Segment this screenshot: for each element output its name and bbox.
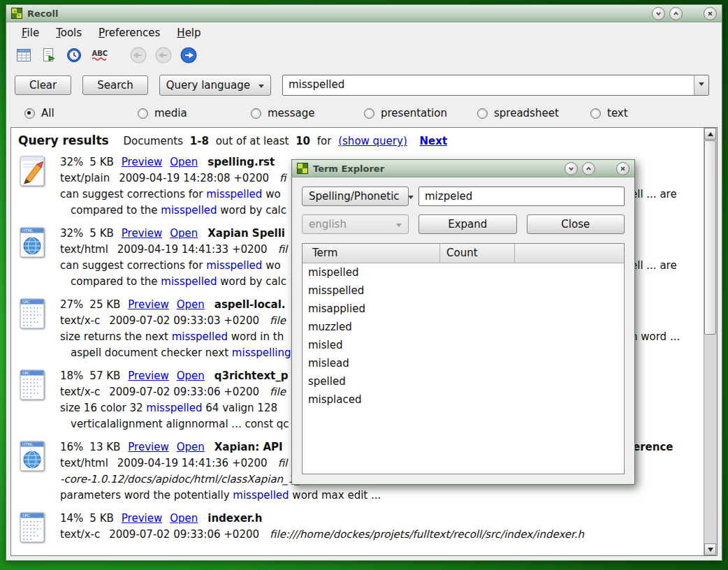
snippet-text: compared to the [71,204,161,217]
start-query-button[interactable] [38,46,59,67]
result-headline: 14%5 KBPreviewOpenindexer.h [60,511,696,527]
scroll-thumb[interactable] [704,140,716,335]
preview-link[interactable]: Preview [122,227,162,240]
preview-link[interactable]: Preview [122,512,162,525]
term-row[interactable]: misplaced [303,390,624,409]
filter-spreadsheet[interactable]: spreadsheet [477,107,590,119]
open-link[interactable]: Open [177,441,205,453]
nav-back-button[interactable] [153,46,174,67]
snippet-text: parameters word the potentially [60,489,233,502]
query-input-combo[interactable]: misspelled [282,75,709,96]
menu-preferences[interactable]: Preferences [92,24,167,41]
menu-tools[interactable]: Tools [49,24,89,41]
doc-size: 5 KB [89,227,113,240]
filter-all[interactable]: All [24,107,138,119]
preview-link[interactable]: Preview [128,370,168,382]
filter-row: Allmediamessagepresentationspreadsheette… [6,101,722,126]
dialog-titlebar[interactable]: Term Explorer [292,160,634,177]
filter-text[interactable]: text [590,107,704,119]
open-link[interactable]: Open [170,156,198,168]
close-button[interactable] [704,7,717,20]
for-label: for [317,135,332,147]
term-row[interactable]: mislead [303,354,624,372]
rolldown-button[interactable] [652,7,665,20]
filter-label: All [41,107,54,119]
clear-search-button[interactable] [13,46,34,67]
radio-icon[interactable] [24,108,35,119]
menu-file[interactable]: File [15,24,46,41]
dialog-close-button[interactable] [616,162,629,175]
svg-text:SRC: SRC [22,371,30,375]
preview-link[interactable]: Preview [122,156,162,168]
search-button[interactable]: Search [82,75,148,95]
radio-icon[interactable] [138,108,148,119]
open-link[interactable]: Open [177,370,205,382]
next-page-link[interactable]: Next [420,135,448,147]
count-column-header[interactable]: Count [440,244,515,263]
radio-icon[interactable] [477,108,488,119]
open-link[interactable]: Open [170,512,198,525]
preview-link[interactable]: Preview [128,441,168,453]
query-dropdown-button[interactable] [694,75,708,95]
query-input[interactable]: misspelled [283,75,694,95]
show-query-link[interactable]: (show query) [338,135,407,147]
result-meta: text/x-c2009-07-02 09:33:06 +0200file://… [60,527,696,543]
term-row[interactable]: misled [303,336,624,354]
doc-url: fil [278,457,288,469]
term-table-header[interactable]: Term Count [303,244,624,263]
expansion-mode-combo[interactable]: Spelling/Phonetic [302,187,409,206]
doc-size: 5 KB [89,512,113,525]
snippet-text: word by calc [217,204,286,217]
term-column-header[interactable]: Term [303,244,440,263]
recoll-logo-icon [11,8,22,19]
doc-url: file [270,386,286,398]
dialog-rollup-button[interactable] [582,162,595,175]
term-row[interactable]: spelled [303,372,624,390]
rollup-button[interactable] [669,7,683,20]
term-row[interactable]: mispelled [303,263,624,282]
filter-media[interactable]: media [138,107,251,119]
query-mode-combo[interactable]: Query language [159,75,271,96]
nav-forward-button[interactable] [178,46,199,67]
term-row[interactable]: misapplied [303,300,624,318]
main-titlebar[interactable]: Recoll [6,5,722,22]
scroll-up-button[interactable] [704,128,716,140]
snippet-fragment: ell ... are [631,258,677,274]
relevance-percent: 27% [60,298,83,311]
term-input[interactable]: mizpeled [418,187,625,206]
dialog-title: Term Explorer [313,163,384,174]
filter-message[interactable]: message [251,107,364,119]
mime-type: text/html [60,243,108,256]
snippet-text: word max edit ... [289,489,381,502]
doc-date: 2009-07-02 09:33:03 +0200 [109,314,259,327]
dialog-rolldown-button[interactable] [565,162,578,175]
scroll-down-button[interactable] [704,543,716,555]
term-row[interactable]: misspelled [303,282,624,300]
filter-presentation[interactable]: presentation [364,107,477,119]
nav-first-button[interactable] [128,46,149,67]
results-scrollbar[interactable] [704,128,717,555]
left-arrow-icon [129,46,147,67]
doc-date: 2009-04-19 14:41:36 +0200 [117,457,268,469]
mime-type: text/x-c [60,528,100,541]
radio-icon[interactable] [364,108,374,119]
relevance-percent: 32% [60,227,83,240]
of-label: out of at least [216,135,289,147]
results-header: Query results Documents 1-8 out of at le… [11,128,717,150]
clear-button[interactable]: Clear [15,75,71,95]
radio-icon[interactable] [251,108,261,119]
expand-button[interactable]: Expand [418,214,517,234]
radio-icon[interactable] [590,108,601,119]
language-combo[interactable]: english [302,214,409,234]
menu-help[interactable]: Help [170,24,208,41]
clock-icon [66,47,82,66]
term-explorer-button[interactable]: ABC [89,46,110,67]
open-link[interactable]: Open [177,298,205,311]
close-dialog-button[interactable]: Close [527,214,625,234]
history-button[interactable] [64,46,85,67]
snippet-text: wo [262,188,280,200]
term-row[interactable]: muzzled [303,318,624,336]
open-link[interactable]: Open [170,227,198,240]
snippet-text: misspelling [232,346,291,359]
preview-link[interactable]: Preview [128,298,168,311]
